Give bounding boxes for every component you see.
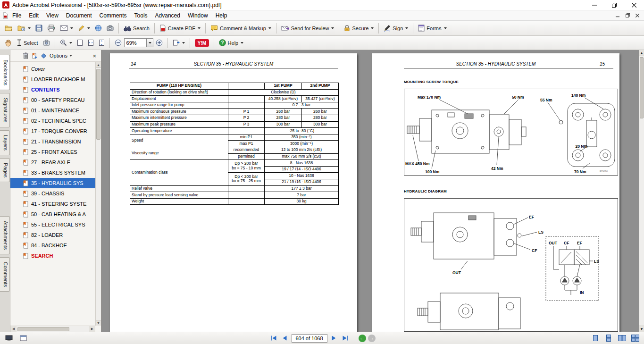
delete-bookmark-button[interactable] — [23, 52, 29, 59]
bookmark-item-search[interactable]: SEARCH — [10, 251, 95, 261]
zoom-dropdown-button[interactable] — [147, 38, 153, 47]
scroll-right-button[interactable]: ▶ — [89, 326, 95, 332]
continuous-page-button[interactable] — [603, 334, 614, 343]
zoom-out-button[interactable] — [112, 37, 124, 48]
snapshot-button[interactable] — [104, 23, 116, 33]
bookmark-item-50-cab-heating-a[interactable]: 50 - CAB HEATING & A — [10, 209, 95, 219]
nav-tab-pages[interactable]: Pages — [0, 158, 10, 182]
fit-width-button[interactable] — [85, 37, 96, 48]
bookmark-item-00-safety-precau[interactable]: 00 - SAFETY PRECAU — [10, 95, 95, 105]
single-page-button[interactable] — [590, 334, 601, 343]
document-restore-button[interactable] — [623, 12, 632, 19]
bookmark-item-33-brakes-system[interactable]: 33 - BRAKES SYSTEM — [10, 168, 95, 178]
nav-tab-layers[interactable]: Layers — [0, 130, 10, 155]
scroll-left-button[interactable]: ◀ — [10, 326, 17, 332]
new-bookmark-button[interactable] — [32, 53, 38, 59]
secure-button[interactable]: Secure — [342, 23, 376, 34]
two-up-button[interactable] — [617, 334, 627, 343]
menu-help[interactable]: Help — [212, 11, 231, 20]
close-panel-button[interactable]: × — [91, 52, 98, 59]
zoom-level-input[interactable] — [124, 38, 147, 47]
bookmark-item-55-electrical-sys[interactable]: 55 - ELECTRICAL SYS — [10, 219, 95, 230]
send-review-button[interactable]: Send for Review — [279, 23, 337, 33]
scroll-up-button[interactable]: ▲ — [96, 62, 101, 68]
bookmark-item-27-rear-axle[interactable]: 27 - REAR AXLE — [10, 157, 95, 168]
bookmark-item-loader-backhoe-m[interactable]: LOADER BACKHOE M — [10, 74, 95, 84]
bookmarks-vertical-scrollbar[interactable]: ▲ ▼ — [95, 62, 101, 326]
close-button[interactable] — [624, 0, 644, 10]
organizer-button[interactable] — [15, 23, 33, 34]
bookmarks-horizontal-scrollbar[interactable]: ◀ ▶ — [10, 326, 95, 332]
nav-tab-attachments[interactable]: Attachments — [0, 216, 10, 254]
menu-tools[interactable]: Tools — [131, 11, 151, 20]
fit-page-button[interactable] — [96, 37, 107, 48]
document-vertical-scrollbar[interactable]: ▲ ▼ — [639, 50, 644, 332]
menu-document[interactable]: Document — [62, 11, 96, 20]
hand-tool-button[interactable] — [2, 37, 14, 49]
minimize-button[interactable] — [585, 0, 604, 10]
print-button[interactable] — [45, 23, 58, 34]
bookmark-item-35-hydraulic-sys[interactable]: 35 - HYDRAULIC SYS — [10, 178, 95, 188]
next-view-button[interactable]: → — [368, 335, 376, 342]
bookmark-item-01-maintenance[interactable]: 01 - MAINTENANCE — [10, 105, 95, 116]
search-button[interactable]: Search — [121, 23, 152, 34]
menu-advanced[interactable]: Advanced — [151, 11, 184, 20]
window-mode-button[interactable] — [18, 334, 28, 343]
full-screen-button[interactable] — [4, 334, 14, 343]
menu-comments[interactable]: Comments — [96, 11, 131, 20]
previous-view-button[interactable]: ← — [359, 335, 366, 342]
scrollbar-thumb[interactable] — [640, 57, 644, 118]
select-tool-button[interactable]: Select — [14, 37, 41, 48]
save-button[interactable] — [33, 23, 45, 34]
document-close-button[interactable] — [633, 12, 642, 19]
web-capture-button[interactable] — [92, 23, 104, 34]
bookmark-item-82-loader[interactable]: 82 - LOADER — [10, 230, 95, 240]
scroll-up-button[interactable]: ▲ — [639, 50, 644, 56]
zoom-tool-button[interactable] — [58, 37, 75, 48]
bookmark-item-84-backhoe[interactable]: 84 - BACKHOE — [10, 240, 95, 251]
bookmark-item-39-chassis[interactable]: 39 - CHASSIS — [10, 188, 95, 199]
bookmark-item-cover[interactable]: Cover — [10, 64, 95, 74]
bookmark-item-02-technical-spec[interactable]: 02 - TECHNICAL SPEC — [10, 116, 95, 126]
bookmarks-options-button[interactable]: Options — [50, 53, 72, 59]
zoom-in-button[interactable] — [153, 37, 165, 48]
snapshot-tool-button[interactable] — [41, 38, 52, 48]
current-bookmark-button[interactable] — [41, 53, 47, 59]
bookmark-item-contents[interactable]: CONTENTS — [10, 84, 95, 95]
two-up-continuous-button[interactable] — [630, 334, 640, 343]
create-pdf-button[interactable]: Create PDF — [157, 23, 203, 34]
first-page-button[interactable] — [269, 334, 278, 343]
bookmark-item-25-front-axles[interactable]: 25 - FRONT AXLES — [10, 147, 95, 157]
scrollbar-thumb[interactable] — [17, 327, 69, 331]
open-button[interactable] — [2, 23, 15, 34]
scroll-down-button[interactable]: ▼ — [96, 320, 101, 326]
maximize-button[interactable] — [604, 0, 624, 10]
page-indicator-input[interactable] — [292, 334, 327, 343]
page-display-button[interactable] — [170, 37, 187, 48]
bookmark-item-41-steering-syste[interactable]: 41 - STEERING SYSTE — [10, 199, 95, 209]
menu-file[interactable]: File — [8, 11, 25, 20]
nav-tab-comments[interactable]: Comments — [0, 257, 10, 292]
email-button[interactable] — [58, 23, 75, 33]
nav-tab-signatures[interactable]: Signatures — [0, 93, 10, 127]
yahoo-messenger-button[interactable]: Y!M — [192, 37, 211, 49]
next-page-button[interactable] — [329, 334, 339, 343]
scrollbar-thumb[interactable] — [96, 69, 100, 140]
review-pen-button[interactable] — [75, 23, 92, 34]
actual-size-button[interactable] — [75, 37, 85, 48]
forms-button[interactable]: Forms — [416, 23, 449, 34]
sign-button[interactable]: Sign — [381, 23, 410, 34]
bookmark-item-17-torque-conver[interactable]: 17 - TORQUE CONVER — [10, 126, 95, 136]
scroll-down-button[interactable]: ▼ — [639, 326, 644, 332]
nav-tab-bookmarks[interactable]: Bookmarks — [0, 55, 10, 90]
menu-view[interactable]: View — [42, 11, 62, 20]
last-page-button[interactable] — [341, 334, 350, 343]
comment-markup-button[interactable]: Comment & Markup — [208, 23, 274, 34]
previous-page-button[interactable] — [280, 334, 290, 343]
menu-window[interactable]: Window — [184, 11, 212, 20]
document-minimize-button[interactable] — [613, 12, 622, 19]
help-button[interactable]: ? Help — [217, 37, 246, 48]
bookmark-item-21-transmission[interactable]: 21 - TRANSMISSION — [10, 136, 95, 147]
pdf-document-icon[interactable] — [2, 12, 8, 19]
menu-edit[interactable]: Edit — [25, 11, 42, 20]
